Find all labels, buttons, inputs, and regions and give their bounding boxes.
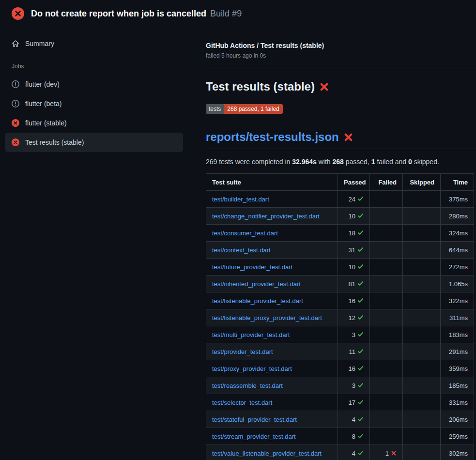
skipped-cell bbox=[403, 259, 441, 276]
test-suite-link[interactable]: test/stream_provider_test.dart bbox=[212, 433, 296, 440]
failed-cell bbox=[370, 360, 403, 377]
passed-count: 3 bbox=[352, 382, 355, 389]
time-cell: 272ms bbox=[441, 259, 474, 276]
report-heading: reports/test-results.json bbox=[206, 130, 476, 149]
column-header-failed: Failed bbox=[370, 174, 403, 191]
table-row: test/future_provider_test.dart 10 272ms bbox=[206, 259, 474, 276]
summary-line: 269 tests were completed in 32.964s with… bbox=[206, 158, 461, 166]
sidebar-item-label: Summary bbox=[25, 40, 54, 47]
sidebar: Summary Jobs flutter (dev) flutter (beta… bbox=[0, 26, 191, 152]
passed-count: 8 bbox=[352, 433, 355, 440]
summary-text: skipped. bbox=[412, 158, 439, 166]
jobs-heading: Jobs bbox=[12, 63, 183, 70]
time-cell: 644ms bbox=[441, 242, 474, 259]
skipped-cell bbox=[403, 377, 441, 394]
passed-count: 31 bbox=[349, 246, 355, 254]
check-icon bbox=[357, 331, 364, 337]
passed-cell: 31 bbox=[338, 242, 370, 259]
passed-count: 12 bbox=[349, 314, 355, 322]
passed-count: 3 bbox=[352, 331, 355, 338]
check-icon bbox=[357, 433, 364, 439]
test-suite-link[interactable]: test/inherited_provider_test.dart bbox=[212, 280, 301, 288]
skipped-cell bbox=[403, 208, 441, 225]
time-cell: 259ms bbox=[441, 428, 474, 445]
failed-cell: 1 bbox=[370, 445, 403, 460]
summary-failed: 1 bbox=[371, 158, 375, 166]
sidebar-job-item[interactable]: Test results (stable) bbox=[5, 133, 183, 152]
check-icon bbox=[357, 314, 364, 321]
test-suite-link[interactable]: test/stateful_provider_test.dart bbox=[212, 416, 297, 423]
test-suite-link[interactable]: test/listenable_proxy_provider_test.dart bbox=[212, 314, 322, 322]
test-suite-link[interactable]: test/context_test.dart bbox=[212, 246, 271, 254]
failed-cell bbox=[370, 191, 403, 208]
run-header: Do not create report when job is cancell… bbox=[0, 0, 476, 26]
passed-cell: 18 bbox=[338, 225, 370, 242]
sidebar-item-label: Test results (stable) bbox=[25, 138, 84, 146]
sidebar-job-item[interactable]: flutter (beta) bbox=[5, 94, 183, 113]
table-row: test/inherited_provider_test.dart 81 1.0… bbox=[206, 276, 474, 292]
build-number: Build #9 bbox=[210, 9, 242, 18]
check-icon bbox=[357, 450, 364, 456]
test-suite-link[interactable]: test/listenable_provider_test.dart bbox=[212, 297, 303, 305]
report-title-link[interactable]: reports/test-results.json bbox=[206, 130, 339, 144]
skipped-cell bbox=[403, 445, 441, 460]
test-suite-link[interactable]: test/proxy_provider_test.dart bbox=[212, 365, 292, 372]
column-header-skipped: Skipped bbox=[403, 174, 441, 191]
sidebar-item-label: flutter (beta) bbox=[25, 100, 61, 107]
summary-skipped: 0 bbox=[408, 158, 412, 166]
skipped-cell bbox=[403, 428, 441, 445]
test-suite-link[interactable]: test/provider_test.dart bbox=[212, 348, 273, 355]
check-icon bbox=[357, 297, 364, 304]
test-suite-link[interactable]: test/multi_provider_test.dart bbox=[212, 331, 290, 338]
cross-mark-icon bbox=[344, 133, 353, 142]
passed-cell: 8 bbox=[338, 428, 370, 445]
passed-count: 24 bbox=[349, 196, 355, 203]
passed-cell: 12 bbox=[338, 309, 370, 326]
failed-cell bbox=[370, 276, 403, 292]
test-suite-link[interactable]: test/reassemble_test.dart bbox=[212, 382, 283, 389]
sidebar-job-item[interactable]: flutter (dev) bbox=[5, 75, 183, 94]
time-cell: 206ms bbox=[441, 411, 474, 428]
failed-cell bbox=[370, 242, 403, 259]
sidebar-job-item[interactable]: flutter (stable) bbox=[5, 113, 183, 133]
time-cell: 375ms bbox=[441, 191, 474, 208]
check-icon bbox=[357, 348, 364, 354]
test-suite-link[interactable]: test/selector_test.dart bbox=[212, 399, 272, 406]
skipped-cell bbox=[403, 360, 441, 377]
failed-cell bbox=[370, 259, 403, 276]
passed-cell: 4 bbox=[338, 445, 370, 460]
table-row: test/reassemble_test.dart 3 185ms bbox=[206, 377, 474, 394]
summary-text: 269 tests were completed in bbox=[206, 158, 292, 166]
check-icon bbox=[357, 416, 364, 422]
section-title: Test results (stable) bbox=[206, 80, 461, 93]
passed-cell: 10 bbox=[338, 259, 370, 276]
check-icon bbox=[357, 230, 364, 236]
check-icon bbox=[357, 196, 364, 202]
sidebar-item-label: flutter (stable) bbox=[25, 119, 67, 127]
x-circle-fill-icon bbox=[12, 7, 24, 20]
check-icon bbox=[357, 280, 364, 287]
test-suite-link[interactable]: test/builder_test.dart bbox=[212, 196, 269, 203]
failed-cell bbox=[370, 343, 403, 360]
test-suite-link[interactable]: test/change_notifier_provider_test.dart bbox=[212, 213, 320, 220]
skipped-cell bbox=[403, 292, 441, 309]
test-suite-link[interactable]: test/future_provider_test.dart bbox=[212, 263, 292, 271]
passed-cell: 3 bbox=[338, 377, 370, 394]
check-icon bbox=[357, 365, 364, 371]
table-row: test/consumer_test.dart 18 324ms bbox=[206, 225, 474, 242]
passed-count: 10 bbox=[349, 263, 355, 271]
passed-count: 81 bbox=[349, 280, 355, 288]
sidebar-item-label: flutter (dev) bbox=[25, 80, 60, 88]
passed-cell: 16 bbox=[338, 360, 370, 377]
skipped-cell bbox=[403, 394, 441, 411]
passed-cell: 11 bbox=[338, 343, 370, 360]
passed-cell: 3 bbox=[338, 326, 370, 343]
passed-count: 17 bbox=[349, 399, 355, 406]
sidebar-item-summary[interactable]: Summary bbox=[5, 34, 183, 53]
test-suite-link[interactable]: test/value_listenable_provider_test.dart bbox=[212, 450, 322, 457]
table-row: test/change_notifier_provider_test.dart … bbox=[206, 208, 474, 225]
skipped-cell bbox=[403, 326, 441, 343]
passed-count: 16 bbox=[349, 365, 355, 372]
test-suite-link[interactable]: test/consumer_test.dart bbox=[212, 230, 278, 237]
home-icon bbox=[12, 40, 19, 47]
